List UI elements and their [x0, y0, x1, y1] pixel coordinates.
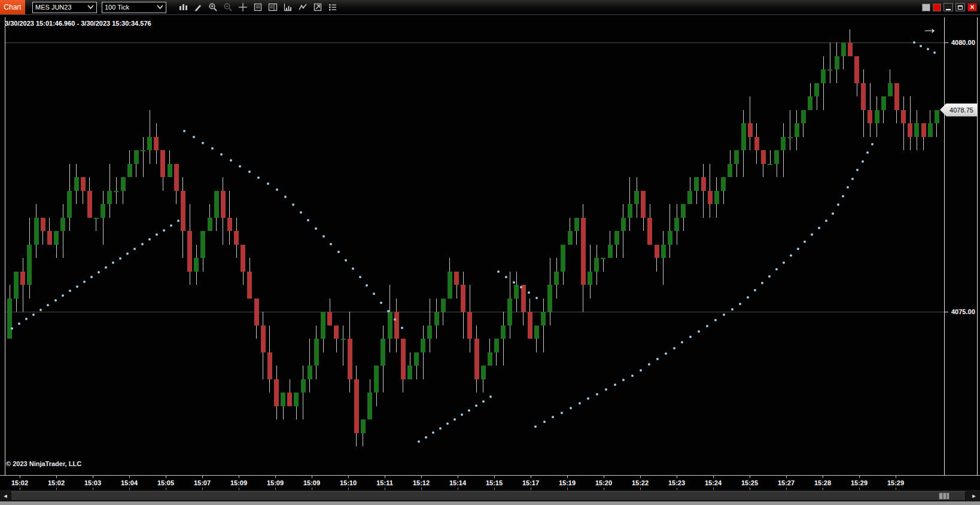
scroll-left-icon[interactable]: ◄: [1, 491, 10, 501]
time-axis-tick: [823, 488, 823, 490]
candle-body: [547, 285, 552, 312]
candle-body: [388, 312, 392, 339]
data-box-icon[interactable]: [251, 1, 264, 13]
drawing-tools-icon[interactable]: [191, 1, 205, 13]
time-axis-tick: [312, 488, 312, 490]
candle-body: [754, 137, 759, 151]
psar-dot: [54, 299, 57, 302]
psar-dot: [534, 425, 537, 428]
psar-dot: [689, 336, 692, 338]
instrument-link-button[interactable]: [922, 4, 930, 11]
time-axis-label: 15:17: [518, 479, 544, 487]
candle-body: [748, 123, 753, 137]
psar-dot: [768, 275, 771, 278]
psar-dot: [561, 412, 563, 414]
interval-link-button[interactable]: [933, 4, 941, 11]
time-axis-label: 15:09: [262, 479, 288, 487]
candle-body: [488, 352, 492, 366]
psar-dot: [183, 130, 185, 132]
candle-body: [427, 325, 432, 339]
maximize-icon: [958, 5, 963, 10]
data-series-icon[interactable]: [296, 1, 309, 13]
instrument-selector[interactable]: MES JUN23: [32, 2, 97, 13]
candle-body: [568, 231, 573, 245]
psar-dot: [847, 186, 849, 188]
candle-body: [795, 123, 799, 137]
candle-body: [835, 56, 839, 70]
candle-wick: [503, 312, 504, 366]
scroll-right-icon[interactable]: ►: [970, 491, 978, 501]
go-to-last-bar-icon[interactable]: →: [921, 20, 938, 36]
psar-dot: [927, 48, 929, 50]
candle-body: [507, 299, 512, 325]
candle-body: [854, 56, 859, 83]
candle-body: [628, 204, 632, 218]
candle-body: [54, 231, 59, 245]
candle-body: [194, 258, 199, 272]
indicators-icon[interactable]: [281, 1, 294, 13]
psar-dot: [105, 266, 107, 269]
psar-dot: [543, 421, 546, 423]
candle-wick: [623, 204, 623, 258]
psar-dot: [842, 195, 844, 197]
candle-body: [694, 177, 699, 191]
psar-dot: [851, 178, 854, 180]
candle-body: [214, 191, 219, 218]
psar-dot: [401, 327, 403, 329]
toolbar-icon-row: [176, 1, 340, 13]
candle-body: [267, 352, 272, 379]
candle-body: [141, 150, 145, 151]
chart-trader-icon[interactable]: [266, 1, 279, 13]
close-button[interactable]: ×: [967, 3, 977, 11]
interval-selector[interactable]: 100 Tick: [102, 2, 166, 13]
psar-dot: [497, 270, 500, 273]
psar-dot: [475, 404, 477, 407]
candle-wick: [603, 258, 604, 272]
candle-body: [814, 83, 819, 97]
candle-body: [534, 325, 539, 339]
psar-dot: [552, 416, 554, 418]
time-axis-label: 15:07: [189, 479, 215, 487]
candle-body: [7, 299, 12, 339]
tab-chart[interactable]: Chart: [0, 0, 25, 14]
time-axis-label: 15:28: [809, 479, 836, 487]
zoom-out-icon[interactable]: [221, 1, 235, 13]
time-axis-tick: [531, 488, 531, 490]
last-price-tag: 4078.75: [940, 104, 977, 117]
chevron-down-icon: [87, 4, 94, 11]
crosshair-icon[interactable]: [236, 1, 249, 13]
candle-body: [647, 218, 652, 245]
psar-dot: [133, 248, 136, 250]
properties-icon[interactable]: [325, 1, 339, 13]
maximize-button[interactable]: [955, 3, 965, 11]
psar-dot: [528, 291, 530, 294]
time-axis-tick: [750, 488, 750, 490]
psar-dot: [570, 407, 572, 409]
time-axis-tick: [604, 488, 604, 490]
scrollbar-resize-grip[interactable]: [939, 492, 949, 500]
chart-canvas[interactable]: 3/30/2023 15:01:46.960 - 3/30/2023 15:30…: [0, 14, 980, 489]
psar-dot: [832, 212, 834, 215]
psar-dot: [177, 220, 179, 222]
candle-body: [401, 339, 406, 379]
chart-style-icon[interactable]: [176, 1, 190, 13]
psar-dot: [119, 257, 121, 260]
candle-body: [588, 272, 592, 285]
gridline: [5, 312, 944, 312]
psar-dot: [656, 358, 659, 360]
psar-dot: [267, 182, 269, 185]
time-axis-tick: [640, 475, 641, 478]
strategies-icon[interactable]: [311, 1, 324, 13]
candle-body: [601, 258, 605, 259]
horizontal-scrollbar[interactable]: ◄ ►: [0, 489, 980, 501]
chevron-down-icon: [156, 4, 163, 11]
candle-body: [634, 191, 639, 205]
psar-dot: [913, 41, 915, 44]
candle-body: [687, 191, 692, 205]
candle-body: [681, 204, 686, 218]
minimize-button[interactable]: [944, 3, 953, 11]
zoom-in-icon[interactable]: [206, 1, 220, 13]
candle-body: [768, 164, 772, 165]
candle-body: [594, 258, 599, 272]
scrollbar-thumb[interactable]: [11, 491, 966, 501]
